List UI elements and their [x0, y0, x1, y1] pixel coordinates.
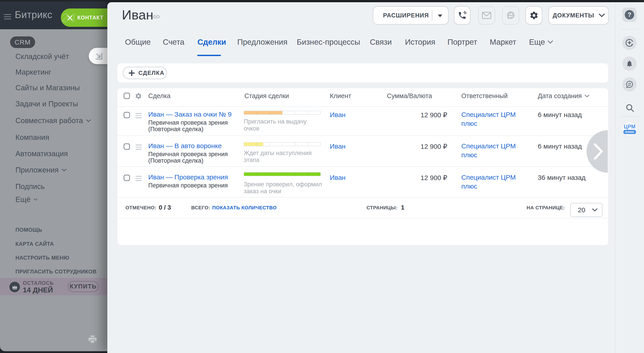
client-link[interactable]: Иван: [330, 143, 346, 150]
pages-label: СТРАНИЦЫ:: [366, 205, 398, 211]
sidebar-item-tasks[interactable]: Задачи и Проекты: [16, 99, 78, 109]
bell-icon: [626, 60, 633, 67]
tab-history[interactable]: История: [405, 36, 435, 48]
sidebar-item-company[interactable]: Компания: [16, 132, 49, 142]
drag-handle-icon[interactable]: [136, 145, 142, 151]
sidebar-sitemap-link[interactable]: КАРТА САЙТА: [16, 241, 54, 248]
deal-pipeline: Первичная проверка зрения(Повторная сдел…: [148, 151, 228, 164]
tab-quotes[interactable]: Предложения: [237, 36, 287, 48]
notifications-button[interactable]: [622, 56, 636, 71]
tab-deals[interactable]: Сделки: [198, 36, 226, 48]
tab-portrait[interactable]: Портрет: [448, 36, 477, 48]
chevron-down-icon: [86, 119, 91, 122]
sidebar-item-sites[interactable]: Сайты и Магазины: [16, 83, 80, 93]
sidebar: CRM Складской учёт Маркетинг Сайты и Маг…: [0, 29, 107, 351]
copilot-icon: [625, 39, 634, 47]
sidebar-item-apps[interactable]: Приложения: [16, 165, 67, 175]
drag-handle-icon[interactable]: [136, 113, 142, 119]
per-page-select[interactable]: 20: [570, 203, 602, 217]
sidebar-item-marketing[interactable]: Маркетинг: [16, 67, 51, 77]
sidebar-help-link[interactable]: ПОМОЩЬ: [16, 227, 42, 234]
add-deal-label: СДЕЛКА: [138, 69, 164, 76]
add-deal-button[interactable]: СДЕЛКА: [123, 67, 167, 79]
extensions-label: РАСШИРЕНИЯ: [383, 12, 429, 19]
print-icon[interactable]: [88, 335, 96, 344]
help-icon: ?: [625, 10, 634, 19]
sidebar-configure-menu-link[interactable]: НАСТРОИТЬ МЕНЮ: [16, 255, 69, 262]
sidebar-item-automation[interactable]: Автоматизация: [16, 149, 68, 159]
email-button[interactable]: [478, 6, 495, 24]
tab-invoices[interactable]: Счета: [163, 36, 184, 48]
responsible-link[interactable]: Специалист ЦРМплюс: [461, 173, 516, 191]
column-header-created[interactable]: Дата создания: [538, 92, 590, 100]
row-checkbox[interactable]: [124, 143, 130, 150]
total-label: ВСЕГО:: [191, 205, 210, 211]
stage-progress-bar[interactable]: [244, 142, 321, 146]
tab-links[interactable]: Связи: [370, 36, 392, 48]
documents-button[interactable]: ДОКУМЕНТЫ: [548, 6, 609, 24]
stage-progress-bar[interactable]: [244, 111, 321, 115]
deal-row[interactable]: Иван — В авто воронке Первичная проверка…: [118, 136, 608, 167]
dropdown-caret-icon[interactable]: [438, 14, 442, 17]
client-link[interactable]: Иван: [330, 111, 346, 119]
sidebar-item-more[interactable]: Ещё: [16, 195, 37, 204]
client-link[interactable]: Иван: [330, 174, 346, 181]
responsible-link[interactable]: Специалист ЦРМплюс: [461, 142, 516, 160]
sidebar-invite-link[interactable]: ПРИГЛАСИТЬ СОТРУДНИКОВ: [16, 269, 96, 276]
drag-handle-icon[interactable]: [136, 176, 142, 182]
grid-footer: ОТМЕЧЕНО: 0 / 3 ВСЕГО: ПОКАЗАТЬ КОЛИЧЕСТ…: [118, 198, 608, 219]
extensions-button[interactable]: РАСШИРЕНИЯ: [373, 6, 448, 24]
settings-button[interactable]: [526, 6, 542, 24]
deal-created: 6 минут назад: [538, 111, 582, 119]
deals-grid: Сделка Стадия сделки Клиент Сумма/Валюта…: [118, 88, 608, 245]
copilot-button[interactable]: [622, 36, 636, 50]
row-checkbox[interactable]: [124, 112, 130, 118]
tab-market[interactable]: Маркет: [490, 36, 516, 48]
deal-row[interactable]: Иван — Проверка зрения Первичная проверк…: [118, 167, 608, 198]
deal-row[interactable]: Иван — Заказ на очки № 9 Первичная прове…: [118, 107, 608, 136]
tab-more[interactable]: Еще: [529, 36, 553, 48]
column-header-stage[interactable]: Стадия сделки: [244, 92, 289, 100]
column-header-client[interactable]: Клиент: [330, 92, 351, 100]
tab-bizproc[interactable]: Бизнес-процессы: [297, 36, 360, 48]
deal-pipeline: Первичная проверка зрения: [148, 182, 228, 189]
crm-plus-logo[interactable]: ЦРМ плюс: [623, 122, 636, 136]
row-checkbox[interactable]: [124, 175, 130, 181]
search-button[interactable]: [625, 103, 634, 113]
deal-amount: 12 900 ₽: [394, 174, 447, 182]
sidebar-item-signature[interactable]: Подпись: [16, 182, 45, 191]
help-button[interactable]: ?: [622, 7, 636, 22]
bitrix24-crm-contact-slider: Битрикс CRM Складской учёт Маркетинг Сай…: [0, 0, 644, 353]
checked-value: 0 / 3: [159, 204, 171, 211]
stage-progress-bar[interactable]: [244, 172, 321, 176]
chat-button[interactable]: [502, 6, 519, 24]
stage-caption: Пригласить на выдачуочков: [244, 118, 306, 132]
deal-amount: 12 900 ₽: [394, 111, 447, 119]
show-count-link[interactable]: ПОКАЗАТЬ КОЛИЧЕСТВО: [212, 205, 276, 211]
deal-created: 36 минут назад: [538, 174, 586, 181]
deal-title-link[interactable]: Иван — Проверка зрения: [148, 173, 228, 181]
column-header-amount[interactable]: Сумма/Валюта: [387, 92, 432, 100]
sidebar-item-collab[interactable]: Совместная работа: [16, 116, 91, 126]
column-header-deal[interactable]: Сделка: [148, 92, 170, 100]
grid-settings-gear-icon[interactable]: [135, 92, 142, 100]
mail-icon: [482, 12, 491, 19]
close-icon[interactable]: [67, 15, 73, 20]
select-all-checkbox[interactable]: [124, 93, 130, 99]
deal-title-link[interactable]: Иван — Заказ на очки № 9: [148, 110, 232, 119]
menu-hamburger-icon[interactable]: [4, 14, 11, 21]
active-tab-underline: [197, 55, 221, 56]
sidebar-crm-badge[interactable]: CRM: [10, 36, 35, 48]
column-header-responsible[interactable]: Ответственный: [461, 92, 508, 100]
deal-pipeline: Первичная проверка зрения(Повторная сдел…: [148, 119, 228, 132]
gear-icon: [529, 11, 539, 20]
chevron-down-icon: [599, 14, 605, 17]
sidebar-item-warehouse[interactable]: Складской учёт: [16, 52, 69, 61]
call-button[interactable]: [454, 6, 470, 24]
tab-general[interactable]: Общие: [125, 36, 151, 48]
messenger-button[interactable]: [622, 77, 636, 92]
deal-title-link[interactable]: Иван — В авто воронке: [148, 142, 222, 150]
copy-link-icon[interactable]: [152, 13, 160, 21]
buy-button[interactable]: КУПИТЬ: [68, 281, 98, 292]
responsible-link[interactable]: Специалист ЦРМплюс: [461, 110, 516, 128]
